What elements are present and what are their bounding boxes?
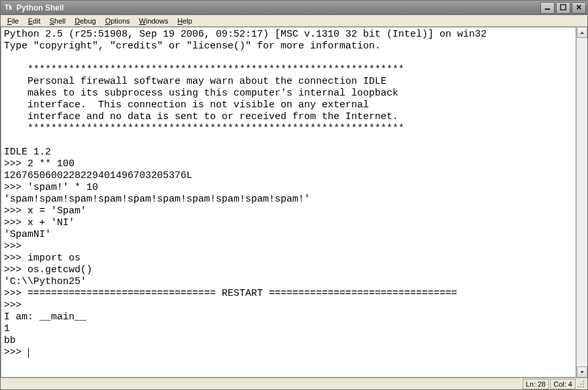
scroll-up-button[interactable] [577, 27, 587, 38]
menu-windows[interactable]: Windows [135, 16, 173, 26]
banner-line2: Type "copyright", "credits" or "license(… [4, 41, 381, 52]
restart-banner: ================================ RESTART… [27, 288, 457, 299]
keyword-import: import [27, 253, 63, 264]
text-cursor [28, 348, 29, 358]
vertical-scrollbar[interactable] [576, 27, 587, 378]
output: 1267650600228229401496703205376L [4, 170, 192, 181]
prompt: >>> [4, 347, 27, 358]
python-shell-window: Tk Python Shell File Edit Shell De [0, 0, 588, 390]
input-expr: x + 'NI' [27, 217, 75, 228]
close-icon [576, 4, 582, 12]
prompt: >>> [4, 300, 27, 311]
prompt: >>> [4, 264, 27, 275]
prompt: >>> [4, 241, 27, 252]
menu-edit[interactable]: Edit [24, 16, 44, 26]
firewall-msg-1: Personal firewall software may warn abou… [4, 76, 387, 87]
program-output: 1 [4, 323, 10, 334]
status-col: Col: 4 [550, 379, 576, 389]
program-output: I am: __main__ [4, 311, 86, 323]
svg-point-9 [578, 386, 579, 387]
minimize-button[interactable] [540, 2, 555, 14]
prompt: >>> [4, 182, 27, 193]
svg-point-11 [583, 386, 584, 387]
resize-grip[interactable] [576, 379, 586, 389]
menu-options[interactable]: Options [101, 16, 134, 26]
prompt: >>> [4, 158, 27, 169]
banner-line1: Python 2.5 (r25:51908, Sep 19 2006, 09:5… [4, 29, 487, 40]
svg-marker-5 [580, 371, 584, 374]
output: 'SpamNI' [4, 229, 51, 240]
menubar: File Edit Shell Debug Options Windows He… [1, 15, 587, 27]
output: 'C:\\Python25' [4, 276, 86, 287]
input-expr: 'spam!' * 10 [27, 182, 98, 193]
menu-help[interactable]: Help [173, 16, 196, 26]
maximize-button[interactable] [556, 2, 570, 14]
status-line: Ln: 28 [523, 379, 549, 389]
menu-debug[interactable]: Debug [71, 16, 99, 26]
content-area: Python 2.5 (r25:51908, Sep 19 2006, 09:5… [1, 27, 587, 378]
banner-stars: ****************************************… [4, 123, 404, 134]
idle-version: IDLE 1.2 [4, 147, 86, 158]
grip-icon [577, 380, 585, 388]
firewall-msg-4: interface and no data is sent to or rece… [4, 111, 398, 122]
svg-point-8 [583, 383, 584, 385]
statusbar: Ln: 28 Col: 4 [1, 378, 587, 389]
window-title: Python Shell [16, 3, 540, 12]
prompt: >>> [4, 217, 27, 228]
titlebar[interactable]: Tk Python Shell [1, 1, 587, 15]
chevron-up-icon [579, 29, 585, 37]
blank [4, 135, 27, 146]
scroll-down-button[interactable] [577, 366, 587, 378]
input-expr: 2 ** 100 [27, 158, 75, 169]
program-output: bb [4, 335, 16, 346]
firewall-msg-2: makes to its subprocess using this compu… [4, 88, 398, 99]
chevron-down-icon [579, 368, 585, 376]
svg-point-10 [580, 386, 581, 387]
menu-shell[interactable]: Shell [46, 16, 69, 26]
output: 'spam!spam!spam!spam!spam!spam!spam!spam… [4, 194, 310, 205]
input-expr: x = 'Spam' [27, 205, 86, 217]
banner-stars: ****************************************… [4, 64, 404, 75]
svg-point-7 [580, 383, 581, 385]
close-button[interactable] [572, 2, 586, 14]
svg-rect-0 [545, 9, 550, 10]
app-icon: Tk [3, 3, 14, 13]
maximize-icon [560, 4, 566, 12]
prompt: >>> [4, 288, 27, 299]
svg-rect-1 [561, 5, 566, 10]
minimize-icon [544, 4, 551, 12]
scroll-track[interactable] [577, 38, 587, 366]
menu-file[interactable]: File [3, 16, 23, 26]
firewall-msg-3: interface. This connection is not visibl… [4, 99, 369, 111]
svg-point-6 [583, 381, 584, 382]
prompt: >>> [4, 253, 27, 264]
prompt: >>> [4, 205, 27, 217]
shell-text-area[interactable]: Python 2.5 (r25:51908, Sep 19 2006, 09:5… [1, 27, 576, 378]
input-expr: os.getcwd() [27, 264, 92, 275]
svg-marker-4 [580, 31, 584, 34]
module-os: os [63, 253, 80, 264]
